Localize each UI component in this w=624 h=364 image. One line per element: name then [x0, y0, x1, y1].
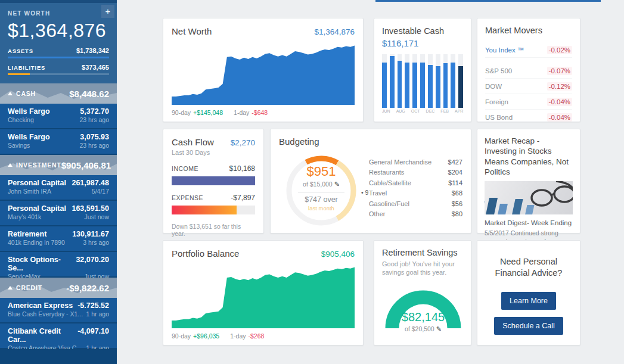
investment-section-value: $905,406.81 [61, 160, 111, 170]
add-account-button[interactable]: + [101, 5, 114, 18]
cash-flow-card[interactable]: Cash Flow $2,270 Last 30 Days INCOME $10… [163, 129, 264, 234]
category-label: Travel [369, 189, 387, 197]
index-label: US Bond [485, 114, 513, 121]
portfolio-balance-card[interactable]: Portfolio Balance $905,406 90-day+$96,03… [163, 240, 364, 346]
account-updated: 1 hr ago [86, 310, 109, 318]
learn-more-button[interactable]: Learn More [501, 292, 556, 310]
market-recap-title: Market Recap - Investing in Stocks Means… [485, 136, 573, 177]
account-amount: 5,372.70 [80, 107, 109, 116]
market-recap-card[interactable]: Market Recap - Investing in Stocks Means… [477, 129, 580, 234]
section-header-cash[interactable]: CASH $8,448.62 [0, 83, 117, 104]
budget-category-row: Other$80 [369, 209, 462, 220]
market-mover-row: Foreign -0.04% [485, 94, 572, 110]
market-movers-card[interactable]: Market Movers You Index ™ -0.02% S&P 500… [477, 18, 580, 122]
net-worth-value: $1,364,876 [8, 20, 109, 42]
investable-cash-card[interactable]: Investable Cash $116,171 JUNAUGOCTDECFEB… [374, 18, 471, 122]
budget-category-row: Cable/Satellite$114 [369, 178, 462, 188]
budget-donut-center: $951 of $15,000✎ $747 over last month [293, 164, 349, 211]
account-name: Wells Fargo [8, 133, 50, 141]
investable-cash-title: Investable Cash [382, 26, 463, 36]
category-label: Other [369, 210, 386, 217]
category-label: Restaurants [369, 169, 404, 176]
account-row[interactable]: Wells Fargo5,372.70 Checking23 hrs ago [0, 104, 117, 129]
account-row[interactable]: Personal Capital261,987.48 John Smith IR… [0, 175, 117, 201]
retirement-savings-card[interactable]: Retirement Savings Good job! You've hit … [374, 240, 471, 346]
net-worth-chart-footer: 90-day+$145,0481-day-$648 [172, 109, 270, 116]
market-mover-row: DOW -0.12% [485, 79, 572, 94]
you-index-label: You Index ™ [485, 46, 524, 54]
market-mover-row[interactable]: You Index ™ -0.02% [485, 42, 572, 58]
index-value: -0.07% [547, 67, 572, 75]
account-row[interactable]: Wells Fargo3,075.93 Savings23 hrs ago [0, 129, 117, 155]
budgeting-card[interactable]: Budgeting $951 of $15,000✎ $747 over las… [270, 129, 471, 234]
top-accent-line [375, 0, 601, 2]
account-name: Citibank Credit Car... [8, 327, 77, 344]
budget-category-row: General Merchandise$427 [369, 157, 462, 167]
edit-budget-pencil-icon[interactable]: ✎ [334, 181, 340, 188]
period-change-negative: -$648 [252, 109, 268, 116]
assets-label: ASSETS [8, 48, 33, 54]
budget-spent-value: $951 [293, 164, 349, 179]
net-worth-card[interactable]: Net Worth $1,364,876 90-day+$145,0481-da… [163, 18, 364, 122]
section-header-credit[interactable]: CREDIT -$9,822.62 [0, 278, 117, 298]
index-label: DOW [485, 83, 502, 90]
category-label: Cable/Satellite [369, 179, 411, 186]
account-row[interactable]: Citibank Credit Car...-4,097.10 Costco A… [0, 323, 117, 349]
market-recap-photo [485, 181, 573, 214]
account-name: Stock Options- Se... [8, 256, 76, 272]
edit-goal-pencil-icon[interactable]: ✎ [436, 325, 442, 332]
credit-section-value: -$9,822.62 [66, 283, 109, 293]
account-row[interactable]: American Express-5.725.52 Blue Cash Ever… [0, 298, 117, 323]
period-label: 90-day [172, 109, 191, 116]
budget-category-row: Restaurants$204 [369, 167, 462, 178]
retirement-title: Retirement Savings [382, 248, 463, 257]
budget-donut: $951 of $15,000✎ $747 over last month [285, 154, 358, 227]
portfolio-value: $905,406 [321, 250, 355, 259]
category-value: $56 [452, 200, 462, 207]
assets-stat: ASSETS $1,738,342 [8, 47, 109, 58]
assets-bar-track [8, 57, 109, 58]
budgeting-title: Budgeting [279, 136, 462, 147]
liabilities-label: LIABILITIES [8, 64, 45, 71]
period-label: 90-day [172, 332, 191, 340]
budget-category-row: Gasoline/Fuel$56 [369, 198, 462, 209]
assets-bar [8, 57, 109, 58]
income-bar [172, 176, 255, 185]
account-name: Personal Capital [8, 179, 66, 187]
account-updated: 3 hrs ago [83, 239, 109, 246]
cash-flow-title: Cash Flow [172, 137, 214, 147]
expense-label: EXPENSE [172, 194, 203, 201]
period-change-negative: -$268 [248, 332, 264, 340]
period-change-positive: +$96,035 [193, 332, 219, 340]
accounts-sidebar: + NET WORTH $1,364,876 ASSETS $1,738,342… [0, 0, 117, 364]
account-detail: Mary's 401k [8, 213, 41, 220]
account-row[interactable]: Retirement130,911.67 401k Ending in 7890… [0, 226, 117, 252]
category-value: $427 [448, 158, 462, 166]
market-recap-caption: Market Digest- Week Ending [485, 219, 573, 226]
period-label: 1-day [234, 109, 249, 116]
investment-section-label: INVESTMENT [16, 161, 61, 169]
account-detail: Checking [8, 116, 34, 123]
schedule-call-button[interactable]: Schedule a Call [494, 317, 563, 335]
retirement-gauge: $82,145 of $20,500✎ [381, 284, 465, 331]
category-value: $80 [452, 210, 462, 217]
account-updated: 5/4/17 [92, 188, 109, 195]
account-updated: Just now [85, 213, 109, 220]
liabilities-stat: LIABILITIES $373,465 [8, 64, 109, 75]
account-detail: 401k Ending in 7890 [8, 239, 65, 246]
account-row[interactable]: Personal Capital163,591.50 Mary's 401kJu… [0, 201, 117, 226]
index-value: -0.04% [547, 113, 572, 122]
net-worth-card-value: $1,364,876 [314, 27, 355, 36]
portfolio-area-chart [172, 263, 355, 328]
index-label: Foreign [485, 98, 508, 105]
section-header-investment[interactable]: INVESTMENT $905,406.81 [0, 155, 117, 175]
category-value: $114 [448, 179, 462, 186]
liabilities-bar-track [8, 73, 109, 75]
index-label: S&P 500 [485, 67, 512, 74]
cash-section-label: CASH [16, 90, 36, 97]
portfolio-chart-footer: 90-day+$96,0351-day-$268 [172, 332, 266, 340]
account-row[interactable]: Stock Options- Se...32,070.20 ServiceMax… [0, 252, 117, 278]
account-amount: 163,591.50 [72, 204, 109, 213]
glasses-on-chart-image [485, 181, 573, 214]
portfolio-title: Portfolio Balance [172, 248, 239, 259]
